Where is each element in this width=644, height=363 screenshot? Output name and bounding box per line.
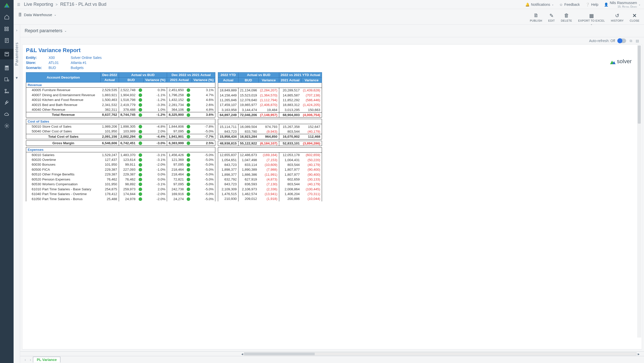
tools-icon[interactable] xyxy=(4,100,10,106)
svg-rect-19 xyxy=(5,89,7,90)
user-icon: 👤 xyxy=(604,3,608,7)
trash-icon: 🗑 xyxy=(564,13,569,18)
svg-rect-4 xyxy=(5,29,6,31)
report-parameters-toggle[interactable]: Report parameters⌄ xyxy=(25,28,67,33)
toolbar: 🗄 Data Warehouse ⌄ 🗎PUBLISH ✎EDIT 🗑DELET… xyxy=(14,9,644,25)
excel-icon: ▦ xyxy=(589,13,594,18)
document-icon: 🗎 xyxy=(534,13,539,18)
data-source-selector[interactable]: 🗄 Data Warehouse ⌄ xyxy=(18,13,56,17)
breadcrumb: Live Reporting > RET16 - PL Act vs Bud xyxy=(24,2,106,7)
report-grid: Account DescriptionDec-2022Actual vs BUD… xyxy=(26,72,638,201)
datasets-icon[interactable] xyxy=(4,26,10,32)
gear-icon[interactable] xyxy=(4,123,10,129)
svg-point-16 xyxy=(7,69,8,69)
svg-point-15 xyxy=(7,69,7,69)
close-button[interactable]: ✕CLOSE xyxy=(630,13,639,25)
sheet-prev-icon[interactable]: ‹ xyxy=(23,358,28,362)
history-icon: ↺ xyxy=(615,13,619,18)
calculator-icon[interactable] xyxy=(4,65,10,71)
report-icon[interactable] xyxy=(0,49,14,59)
smile-icon: ☺ xyxy=(559,3,563,7)
publish-label: PUBLISH xyxy=(530,19,542,22)
svg-point-13 xyxy=(7,68,8,68)
delete-label: DELETE xyxy=(561,19,572,22)
user-role: 15. Retail Demo xyxy=(610,5,637,8)
sheet-tab-active[interactable]: PL Variance xyxy=(33,357,60,362)
scroll-right-icon[interactable]: ▶ xyxy=(637,352,640,356)
horizontal-scrollbar[interactable]: ◀ ▶ xyxy=(20,351,644,356)
user-name: Nils Rasmussen xyxy=(610,1,637,5)
popout-icon[interactable]: ⧉ xyxy=(630,39,632,43)
feedback-link[interactable]: ☺Feedback xyxy=(559,3,580,7)
notifications-menu[interactable]: 🔔Notifications⌄ xyxy=(525,3,554,7)
home-icon[interactable] xyxy=(4,14,10,20)
solver-brand-logo: solver xyxy=(609,58,632,65)
menu-toggle-icon[interactable]: ☰ xyxy=(17,3,20,7)
report-table-left: Account DescriptionDec-2022Actual vs BUD… xyxy=(26,72,215,201)
auto-refresh-toggle[interactable] xyxy=(618,39,626,43)
close-label: CLOSE xyxy=(630,19,639,22)
report-parameters-label: Report parameters xyxy=(25,28,62,33)
user-menu[interactable]: 👤 Nils Rasmussen 15. Retail Demo ⌄ xyxy=(604,1,640,8)
scenario-code: BUD xyxy=(49,66,66,70)
left-sidebar xyxy=(0,0,14,363)
feedback-label: Feedback xyxy=(564,3,580,7)
pin-icon[interactable]: › xyxy=(16,28,17,32)
svg-rect-7 xyxy=(5,52,9,56)
people-icon[interactable] xyxy=(4,77,10,83)
close-icon: ✕ xyxy=(632,13,637,18)
solver-brand-text: solver xyxy=(617,58,632,65)
vertical-scrollbar[interactable] xyxy=(637,45,641,338)
solver-logo-icon xyxy=(4,2,10,9)
grid-view-icon[interactable]: ▤ xyxy=(636,39,639,43)
clipboard-icon[interactable] xyxy=(4,37,10,43)
pencil-icon: ✎ xyxy=(549,13,554,18)
svg-rect-21 xyxy=(7,92,9,93)
auto-refresh-state: Off xyxy=(611,39,615,43)
report-table-right: 2022 YTDActual vs BUD2022 vs 2021 YTD Ac… xyxy=(218,72,322,201)
cloud-icon[interactable] xyxy=(4,111,10,117)
history-button[interactable]: ↺HISTORY xyxy=(611,13,624,25)
publish-button[interactable]: 🗎PUBLISH xyxy=(530,13,542,25)
svg-rect-2 xyxy=(5,27,6,29)
entity-name: Solver Online Sales xyxy=(71,56,102,60)
store-name: Atlanta #1 xyxy=(71,61,87,65)
svg-point-18 xyxy=(8,80,9,81)
scroll-left-icon[interactable]: ◀ xyxy=(240,352,244,356)
help-icon: ❔ xyxy=(585,3,590,7)
scenario-key: Scenario: xyxy=(26,66,44,70)
database-icon: 🗄 xyxy=(18,13,22,17)
svg-rect-8 xyxy=(6,53,8,54)
scenario-name: Budgets xyxy=(71,66,84,70)
filter-icon[interactable]: ▼ xyxy=(15,76,19,80)
report-viewport[interactable]: P&L Variance Report solver Entity:X00Sol… xyxy=(22,45,642,349)
svg-point-22 xyxy=(6,125,8,127)
svg-rect-3 xyxy=(7,27,8,29)
store-code: ATL01 xyxy=(49,61,66,65)
help-link[interactable]: ❔Help xyxy=(585,3,598,7)
parameters-collapsed-panel: › Parameters ▼ xyxy=(14,25,20,363)
report-meta: Entity:X00Solver Online Sales Store:ATL0… xyxy=(26,56,638,70)
sheet-next-icon[interactable]: › xyxy=(28,358,33,362)
parameters-tab-label[interactable]: Parameters xyxy=(15,42,19,66)
delete-button[interactable]: 🗑DELETE xyxy=(561,13,572,25)
breadcrumb-current: RET16 - PL Act vs Bud xyxy=(60,2,106,7)
edit-button[interactable]: ✎EDIT xyxy=(548,13,555,25)
svg-rect-5 xyxy=(7,29,8,31)
help-label: Help xyxy=(591,3,598,7)
store-key: Store: xyxy=(26,61,44,65)
workflow-icon[interactable] xyxy=(4,88,10,94)
history-label: HISTORY xyxy=(611,19,624,22)
svg-rect-17 xyxy=(5,78,8,81)
export-label: EXPORT TO EXCEL xyxy=(578,19,605,22)
entity-code: X00 xyxy=(49,56,66,60)
notifications-label: Notifications xyxy=(531,3,550,7)
top-bar: ☰ Live Reporting > RET16 - PL Act vs Bud… xyxy=(14,0,644,9)
svg-rect-10 xyxy=(6,66,8,67)
svg-point-11 xyxy=(6,68,6,68)
edit-label: EDIT xyxy=(548,19,555,22)
bell-icon: 🔔 xyxy=(525,3,530,7)
entity-key: Entity: xyxy=(26,56,44,60)
export-excel-button[interactable]: ▦EXPORT TO EXCEL⌄ xyxy=(578,13,605,25)
breadcrumb-root[interactable]: Live Reporting xyxy=(24,2,53,7)
